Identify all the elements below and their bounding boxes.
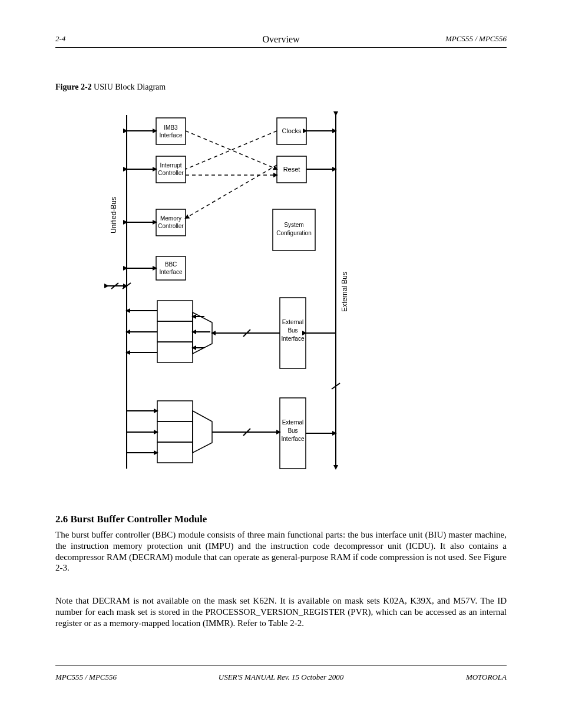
svg-line-30	[186, 165, 277, 218]
figure-number: Figure 2-2	[55, 83, 92, 91]
dashed-links	[186, 131, 277, 218]
block-reset: Reset	[277, 156, 336, 183]
svg-text:BBC: BBC	[165, 261, 177, 268]
mux-lower	[127, 401, 280, 463]
footer-center: USER'S MANUAL Rev. 15 October 2000	[55, 673, 507, 682]
svg-text:External: External	[282, 319, 304, 325]
svg-text:Controller: Controller	[158, 170, 184, 176]
header-center: Overview	[262, 34, 299, 44]
external-bus: External Bus	[332, 115, 349, 469]
svg-text:External: External	[282, 419, 304, 426]
demux-upper	[127, 301, 280, 363]
svg-rect-58	[157, 421, 193, 442]
svg-text:Interface: Interface	[282, 436, 305, 442]
svg-text:Interface: Interface	[160, 132, 183, 139]
svg-text:Memory: Memory	[160, 215, 181, 222]
unified-bus: Unified-Bus	[108, 115, 131, 469]
svg-text:Bus: Bus	[287, 427, 297, 434]
footer-rule	[55, 666, 507, 666]
header-rule	[55, 47, 507, 48]
svg-rect-42	[157, 342, 193, 363]
svg-rect-41	[157, 321, 193, 342]
svg-rect-59	[157, 442, 193, 463]
svg-text:Clocks: Clocks	[282, 127, 302, 134]
svg-text:System: System	[284, 222, 303, 228]
figure-caption: Figure 2-2 USIU Block Diagram	[55, 83, 507, 92]
block-ext-bus-interface-upper: External Bus Interface	[280, 298, 336, 368]
paragraph-2: Note that DECRAM is not available on the…	[55, 595, 507, 628]
svg-text:Controller: Controller	[158, 223, 184, 229]
svg-text:IMB3: IMB3	[164, 124, 178, 131]
block-imb3: IMB3 Interface	[127, 118, 186, 144]
svg-rect-57	[157, 401, 193, 421]
block-clocks: Clocks	[277, 118, 336, 144]
svg-rect-31	[156, 256, 186, 280]
svg-text:Interface: Interface	[282, 335, 305, 342]
label-external-bus: External Bus	[340, 272, 349, 312]
svg-rect-6	[156, 118, 186, 144]
svg-text:Bus: Bus	[287, 327, 297, 334]
paragraph-1: The burst buffer controller (BBC) module…	[55, 529, 507, 574]
figure-caption-text: USIU Block Diagram	[94, 83, 166, 91]
block-interrupt: Interrupt Controller	[127, 156, 186, 183]
svg-text:Reset: Reset	[283, 166, 300, 173]
svg-rect-40	[157, 301, 193, 321]
running-header: 2-4 MPC555 / MPC556 Overview	[55, 34, 507, 44]
block-bbc: BBC Interface	[127, 256, 186, 280]
svg-text:Configuration: Configuration	[276, 230, 311, 236]
page: 2-4 MPC555 / MPC556 Overview Figure 2-2 …	[0, 0, 562, 728]
block-diagram: Unified-Bus External Bus IMB3 Interface …	[103, 109, 362, 492]
svg-text:Interrupt: Interrupt	[160, 162, 181, 169]
svg-marker-60	[193, 411, 212, 453]
block-sysconfig: System Configuration	[273, 209, 315, 251]
section-heading: 2.6 Burst Buffer Controller Module	[55, 513, 507, 525]
label-unified-bus: Unified-Bus	[110, 197, 118, 233]
block-memctrl: Memory Controller	[127, 209, 186, 236]
svg-text:Interface: Interface	[160, 269, 183, 275]
block-ext-bus-interface-lower: External Bus Interface	[280, 398, 336, 469]
